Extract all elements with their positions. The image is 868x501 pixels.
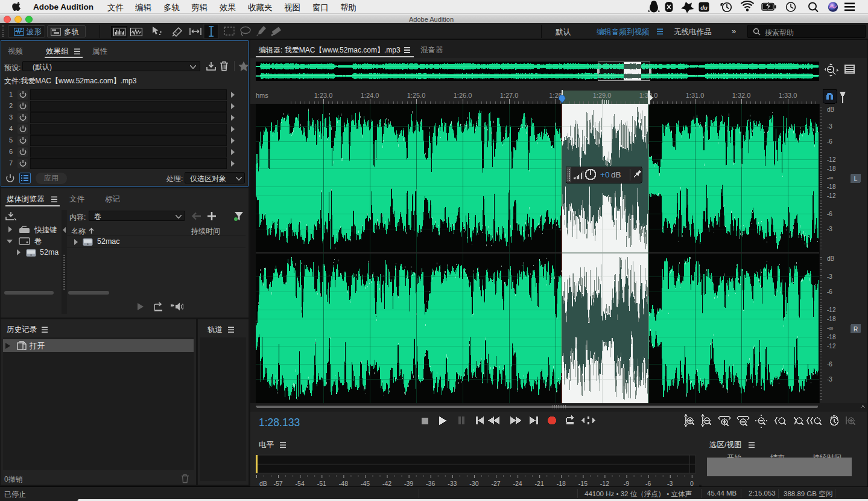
svg-text:-12: -12 <box>827 193 836 199</box>
svg-text:编辑器: 我爱MAC【www.52mac.com】.mp3: 编辑器: 我爱MAC【www.52mac.com】.mp3 <box>259 46 401 54</box>
svg-text:-6: -6 <box>827 361 832 368</box>
svg-text:-3: -3 <box>827 123 832 130</box>
svg-text:du: du <box>700 4 708 11</box>
svg-text:-∞: -∞ <box>827 325 833 331</box>
svg-text:-6: -6 <box>827 138 832 145</box>
svg-text:1:26.0: 1:26.0 <box>454 92 472 99</box>
svg-text:-12: -12 <box>827 343 836 349</box>
svg-text:-3: -3 <box>827 273 832 280</box>
svg-text:dB: dB <box>827 106 835 113</box>
svg-text:1:24.0: 1:24.0 <box>361 92 379 99</box>
svg-text:1:29.0: 1:29.0 <box>593 92 612 99</box>
svg-text:-6: -6 <box>827 211 832 217</box>
svg-text:-18: -18 <box>827 316 836 322</box>
svg-text:-12: -12 <box>827 156 836 163</box>
svg-text:-18: -18 <box>827 165 836 172</box>
svg-text:1:23.0: 1:23.0 <box>314 92 333 99</box>
svg-text:混音器: 混音器 <box>420 46 443 54</box>
svg-text:1:27.0: 1:27.0 <box>500 92 519 99</box>
svg-text:1:33.0: 1:33.0 <box>779 92 797 99</box>
svg-text:dB: dB <box>611 170 621 179</box>
svg-text:-18: -18 <box>827 334 836 340</box>
svg-text:-3: -3 <box>827 226 832 232</box>
svg-text:1:31.0: 1:31.0 <box>686 92 705 99</box>
svg-text:-12: -12 <box>827 307 836 313</box>
svg-text:R: R <box>854 326 858 333</box>
svg-text:-18: -18 <box>827 183 836 190</box>
svg-text:L: L <box>854 176 858 182</box>
svg-text:+0: +0 <box>600 170 609 179</box>
svg-text:1:32.0: 1:32.0 <box>732 92 751 99</box>
svg-text:-3: -3 <box>827 376 832 383</box>
svg-text:1:25.0: 1:25.0 <box>407 92 426 99</box>
svg-text:-∞: -∞ <box>827 174 833 181</box>
svg-text:dB: dB <box>827 255 835 262</box>
svg-text:hms: hms <box>256 92 268 99</box>
svg-text:-6: -6 <box>827 289 832 295</box>
svg-text:1:28.133: 1:28.133 <box>259 416 300 429</box>
